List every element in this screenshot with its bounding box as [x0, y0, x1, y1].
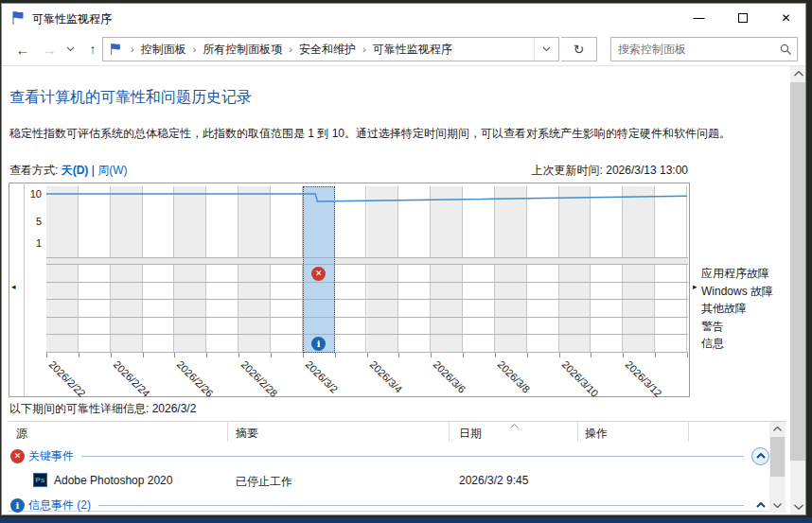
x-axis-tick: [655, 353, 656, 357]
chart-scroll-right-arrow[interactable]: ▸: [693, 282, 697, 291]
column-header[interactable]: 日期: [459, 426, 482, 442]
scroll-up-arrow[interactable]: [790, 66, 806, 81]
address-dropdown-button[interactable]: [534, 38, 558, 61]
title-bar: 可靠性监视程序 — ✕: [2, 4, 805, 32]
group-label: 信息事件 (2): [28, 497, 91, 514]
reliability-flag-icon: [10, 10, 26, 26]
close-button[interactable]: ✕: [765, 4, 806, 32]
x-axis-tick: [559, 353, 560, 357]
x-axis-tick: [623, 353, 624, 357]
detail-period-label: 以下期间的可靠性详细信息: 2026/3/2: [9, 401, 196, 417]
x-axis-tick: [335, 353, 336, 357]
x-axis-tick: [431, 353, 432, 357]
maximize-button[interactable]: [721, 4, 764, 32]
recent-pages-dropdown[interactable]: [62, 40, 78, 59]
view-mode-label: 查看方式:: [9, 164, 58, 177]
column-header[interactable]: 操作: [585, 426, 608, 442]
group-divider-line: [81, 456, 744, 457]
chevron-up-icon: [756, 502, 766, 508]
x-axis-tick: [527, 353, 528, 357]
x-axis-tick: [495, 353, 496, 357]
y-axis-tick-label: 1: [21, 236, 42, 250]
x-axis-tick: [206, 353, 207, 357]
table-row[interactable]: Ps Adobe Photoshop 2020 已停止工作 2026/3/2 9…: [9, 471, 768, 490]
x-axis-tick: [174, 353, 175, 357]
photoshop-icon: Ps: [33, 473, 47, 487]
up-icon: ↑: [90, 42, 97, 57]
back-icon: ←: [16, 42, 30, 58]
x-axis-tick: [271, 353, 272, 357]
column-separator[interactable]: [577, 422, 578, 442]
group-label: 关键事件: [28, 448, 74, 464]
back-button[interactable]: ←: [11, 40, 34, 59]
x-axis-tick: [398, 353, 399, 357]
last-update-label: 上次更新时间: 2026/3/13 13:00: [532, 163, 688, 179]
table-group-critical-events[interactable]: ✕ 关键事件: [10, 446, 769, 465]
view-mode-row: 查看方式: 天(D) | 周(W): [9, 163, 128, 179]
reliability-flag-icon: [109, 43, 122, 56]
app-window: 可靠性监视程序 — ✕ ← → ↑ ›控制面板›所有控制面板项›安全和维护›可靠…: [1, 3, 806, 515]
address-bar[interactable]: ›控制面板›所有控制面板项›安全和维护›可靠性监视程序: [102, 37, 559, 61]
forward-button[interactable]: →: [38, 40, 61, 59]
x-axis-tick: [111, 353, 112, 357]
cell-date: 2026/3/2 9:45: [459, 474, 528, 487]
chart-scroll-left-arrow[interactable]: ◂: [11, 282, 16, 291]
detail-table: 源摘要日期操作 ✕ 关键事件 Ps Adobe Photoshop 2020 已…: [9, 421, 786, 512]
scroll-down-arrow[interactable]: [769, 498, 786, 513]
close-icon: ✕: [781, 11, 790, 25]
x-axis-tick: [463, 353, 464, 357]
x-axis-tick: [79, 353, 79, 357]
refresh-button[interactable]: ↻: [561, 37, 597, 61]
breadcrumb-item[interactable]: 安全和维护: [297, 42, 358, 58]
x-axis-tick: [46, 353, 47, 357]
y-axis-tick-label: 5: [21, 215, 42, 228]
page-title: 查看计算机的可靠性和问题历史记录: [9, 88, 252, 108]
forward-icon: →: [43, 42, 57, 58]
table-scrollbar[interactable]: [769, 422, 786, 513]
minimize-button[interactable]: —: [678, 4, 720, 32]
column-header[interactable]: 摘要: [236, 426, 258, 442]
minimize-icon: —: [694, 11, 705, 25]
scrollbar-thumb[interactable]: [790, 82, 806, 461]
column-header[interactable]: 源: [16, 426, 27, 442]
scroll-up-arrow[interactable]: [769, 422, 786, 436]
x-axis-tick: [143, 353, 144, 357]
stability-index-line: [46, 186, 688, 353]
column-separator[interactable]: [449, 422, 450, 442]
info-icon: i: [10, 498, 25, 513]
desktop-taskbar-edge: [0, 517, 812, 523]
view-by-weeks-link[interactable]: 周(W): [97, 164, 127, 177]
search-input[interactable]: [611, 43, 774, 56]
group-divider-line: [98, 505, 744, 506]
window-scrollbar[interactable]: [790, 66, 806, 514]
breadcrumb-item[interactable]: 可靠性监视程序: [371, 42, 454, 58]
cell-source: Adobe Photoshop 2020: [54, 474, 172, 487]
breadcrumb-item[interactable]: 控制面板: [139, 42, 188, 58]
scroll-down-arrow[interactable]: [790, 499, 806, 514]
chevron-down-icon: [66, 46, 75, 52]
view-mode-separator: |: [92, 164, 95, 177]
chevron-down-icon: [542, 46, 551, 52]
sort-ascending-icon: [510, 424, 519, 428]
error-icon[interactable]: ✕: [311, 267, 326, 281]
navigation-toolbar: ← → ↑ ›控制面板›所有控制面板项›安全和维护›可靠性监视程序 ↻: [2, 32, 805, 66]
search-box[interactable]: [610, 37, 798, 61]
chevron-up-icon: [756, 453, 766, 459]
view-by-days-link[interactable]: 天(D): [62, 164, 89, 177]
scrollbar-thumb[interactable]: [770, 437, 785, 477]
table-group-information-events[interactable]: i 信息事件 (2): [10, 496, 769, 514]
search-icon[interactable]: [774, 39, 797, 60]
x-axis-tick: [367, 353, 368, 357]
x-axis-tick: [591, 353, 591, 357]
breadcrumb-separator: ›: [284, 44, 297, 55]
breadcrumb-item[interactable]: 所有控制面板项: [201, 42, 284, 58]
collapse-group-button[interactable]: [751, 497, 769, 514]
collapse-group-button[interactable]: [751, 447, 769, 465]
window-title: 可靠性监视程序: [32, 11, 112, 27]
column-separator[interactable]: [688, 422, 689, 442]
y-axis-tick-label: 10: [21, 187, 42, 200]
x-axis-tick: [238, 353, 239, 357]
column-separator[interactable]: [227, 422, 228, 442]
breadcrumb-separator: ›: [126, 44, 139, 55]
up-button[interactable]: ↑: [81, 40, 104, 59]
